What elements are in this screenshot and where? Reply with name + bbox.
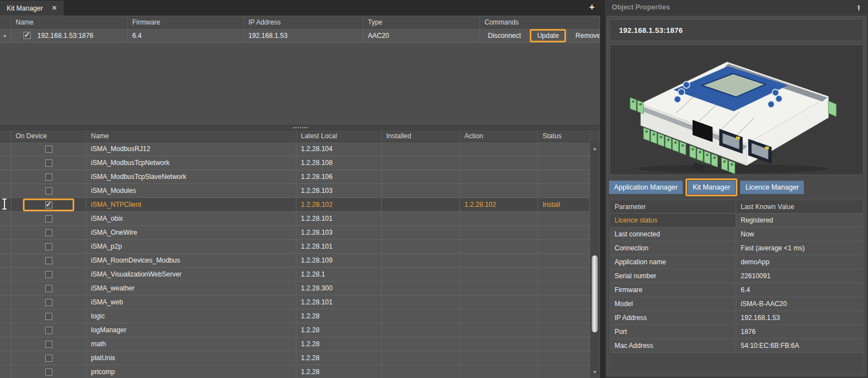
- kit-row[interactable]: ✓ platUnix 1.2.28: [0, 351, 590, 365]
- kit-action: [460, 295, 538, 309]
- property-row[interactable]: Mac Address 54:10:EC:6B:FB:6A: [610, 339, 863, 353]
- on-device-checkbox[interactable]: ✓: [45, 327, 52, 334]
- property-name[interactable]: IP Address: [610, 311, 736, 324]
- kit-row[interactable]: ✓ iSMA_RoomDevices_Modbus 1.2.28.109: [0, 254, 590, 268]
- property-row[interactable]: Connection Fast (average <1 ms): [610, 241, 863, 255]
- property-value: Registered: [736, 214, 863, 227]
- kit-row[interactable]: ✓ iSMA_Modules 1.2.28.103: [0, 184, 590, 198]
- property-name[interactable]: Mac Address: [610, 339, 736, 352]
- on-device-checkbox[interactable]: ✓: [45, 313, 52, 320]
- property-row[interactable]: Last connected Now: [610, 227, 863, 241]
- application-manager-button[interactable]: Application Manager: [609, 181, 683, 194]
- kit-row[interactable]: ✓ iSMA_weather 1.2.28.300: [0, 282, 590, 295]
- pin-icon[interactable]: [855, 4, 862, 11]
- on-device-checkbox[interactable]: ✓: [45, 229, 52, 236]
- checkbox-highlight-box: ✓: [23, 240, 74, 253]
- kit-row[interactable]: ✓ iSMA_obix 1.2.28.101: [0, 212, 590, 226]
- on-device-checkbox[interactable]: ✓: [45, 173, 52, 181]
- on-device-checkbox[interactable]: ✓: [45, 201, 52, 209]
- disconnect-command[interactable]: Disconnect: [480, 28, 529, 42]
- property-row[interactable]: Licence status Registered: [610, 214, 863, 227]
- kit-row[interactable]: ✓ logic 1.2.28: [0, 309, 590, 323]
- property-row[interactable]: Port 1876: [610, 325, 863, 339]
- kit-action: [460, 337, 538, 351]
- vertical-scrollbar[interactable]: ▲ ▼: [590, 143, 600, 377]
- property-row[interactable]: Model iSMA-B-AAC20: [610, 297, 863, 311]
- kit-latest-local: 1.2.28.300: [296, 282, 382, 295]
- column-header-ip-address[interactable]: IP Address: [244, 16, 363, 28]
- column-header-action[interactable]: Action: [460, 130, 538, 142]
- property-name[interactable]: Application name: [610, 255, 736, 269]
- on-device-checkbox[interactable]: ✓: [45, 369, 52, 376]
- devices-table-empty-area: [0, 43, 600, 125]
- kit-row[interactable]: ✓ iSMA_OneWire 1.2.28.103: [0, 226, 590, 240]
- kit-row[interactable]: ✓ iSMA_ModbusTcpNetwork 1.2.28.108: [0, 156, 590, 170]
- kit-manager-button[interactable]: Kit Manager: [688, 181, 735, 194]
- tab-label: Kit Manager: [7, 4, 43, 12]
- kit-installed: [382, 295, 460, 309]
- kit-row[interactable]: ✓ iSMA_VisualizationWebServer 1.2.28.1: [0, 268, 590, 282]
- remove-command[interactable]: Remove: [567, 28, 600, 42]
- property-name[interactable]: Model: [610, 297, 736, 311]
- column-header-commands[interactable]: Commands: [480, 16, 600, 28]
- row-expander[interactable]: ▸: [0, 28, 11, 42]
- kit-row[interactable]: ✓ iSMA_NTPClient 1.2.28.102 1.2.28.102 I…: [0, 198, 590, 212]
- column-header-name[interactable]: Name: [87, 130, 296, 142]
- kit-name: iSMA_VisualizationWebServer: [87, 268, 296, 281]
- tab-kit-manager[interactable]: Kit Manager ✕: [0, 1, 64, 16]
- kit-row[interactable]: ✓ iSMA_ModbusRJ12 1.2.28.104: [0, 142, 590, 156]
- on-device-checkbox[interactable]: ✓: [45, 243, 52, 250]
- property-name[interactable]: Last connected: [610, 227, 736, 241]
- scroll-down-icon[interactable]: ▼: [590, 367, 600, 376]
- column-header-name[interactable]: Name: [11, 16, 128, 28]
- on-device-checkbox[interactable]: ✓: [45, 159, 52, 167]
- kit-row[interactable]: ✓ logManager 1.2.28: [0, 323, 590, 337]
- kit-row[interactable]: ✓ pricomp 1.2.28: [0, 365, 590, 378]
- column-header-on-device[interactable]: On Device: [11, 130, 87, 142]
- column-header-installed[interactable]: Installed: [382, 130, 460, 142]
- property-name[interactable]: Port: [610, 325, 736, 338]
- column-header-status[interactable]: Status: [538, 130, 591, 142]
- object-properties-panel: Object Properties 192.168.1.53:1876: [605, 0, 868, 378]
- on-device-checkbox[interactable]: ✓: [45, 341, 52, 348]
- kit-row[interactable]: ✓ iSMA_web 1.2.28.101: [0, 295, 590, 309]
- update-command[interactable]: Update: [531, 31, 564, 41]
- device-row[interactable]: ▸ ✓ 192.168.1.53:1876 6.4 192.168.1.53 A…: [0, 28, 600, 43]
- column-header-firmware[interactable]: Firmware: [128, 16, 244, 28]
- on-device-checkbox[interactable]: ✓: [45, 285, 52, 292]
- kit-row[interactable]: ✓ math 1.2.28: [0, 337, 590, 351]
- kits-rows: ✓ iSMA_ModbusRJ12 1.2.28.104: [0, 142, 600, 378]
- kit-row[interactable]: ✓ iSMA_ModbusTcpSlaveNetwork 1.2.28.106: [0, 170, 590, 184]
- property-row[interactable]: Firmware 6.4: [610, 283, 863, 297]
- kit-status: [538, 212, 590, 225]
- property-row[interactable]: Serial number 22610091: [610, 269, 863, 283]
- on-device-checkbox[interactable]: ✓: [45, 355, 52, 362]
- panel-title: Object Properties: [612, 3, 670, 11]
- device-checkbox[interactable]: ✓: [23, 32, 31, 39]
- on-device-checkbox[interactable]: ✓: [45, 271, 52, 278]
- on-device-checkbox[interactable]: ✓: [45, 299, 52, 306]
- property-row[interactable]: IP Address 192.168.1.53: [610, 311, 863, 325]
- on-device-checkbox[interactable]: ✓: [45, 215, 52, 222]
- close-tab-icon[interactable]: ✕: [52, 4, 57, 12]
- scrollbar-thumb[interactable]: [592, 255, 598, 332]
- property-row[interactable]: Application name demoApp: [610, 255, 863, 269]
- scroll-up-icon[interactable]: ▲: [590, 144, 600, 153]
- on-device-checkbox[interactable]: ✓: [45, 257, 52, 264]
- kit-installed: [382, 156, 460, 169]
- licence-manager-button[interactable]: Licence Manager: [740, 181, 804, 194]
- row-header-cell: [0, 282, 11, 295]
- pane-splitter[interactable]: [0, 125, 600, 130]
- on-device-checkbox[interactable]: ✓: [45, 146, 52, 153]
- column-header-latest-local[interactable]: Latest Local: [296, 130, 382, 142]
- property-name[interactable]: Firmware: [610, 283, 736, 297]
- on-device-checkbox[interactable]: ✓: [45, 187, 52, 195]
- kit-row[interactable]: ✓ iSMA_p2p 1.2.28.101: [0, 240, 590, 254]
- property-name[interactable]: Licence status: [610, 214, 736, 227]
- kit-action: [460, 156, 538, 169]
- property-name[interactable]: Connection: [610, 241, 736, 255]
- column-header-type[interactable]: Type: [363, 16, 480, 28]
- kit-latest-local: 1.2.28.109: [296, 254, 382, 267]
- add-tab-icon[interactable]: +: [589, 3, 594, 12]
- property-name[interactable]: Serial number: [610, 269, 736, 283]
